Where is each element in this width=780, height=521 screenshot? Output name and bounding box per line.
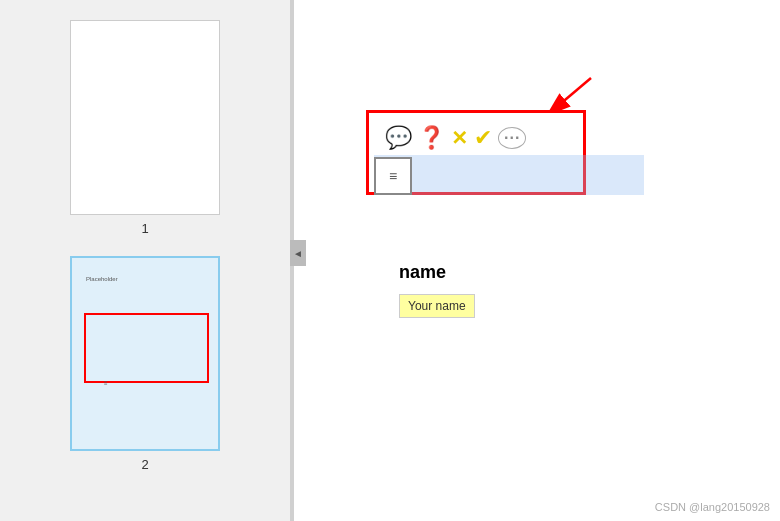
comment-icon[interactable]: 💬 bbox=[385, 125, 412, 151]
more-icon[interactable]: ··· bbox=[498, 127, 526, 149]
page-2-inner-label: Placeholder bbox=[86, 276, 118, 282]
collapse-panel-button[interactable]: ◄ bbox=[290, 240, 306, 266]
page-1-wrapper: 1 bbox=[70, 20, 220, 236]
page-1-label: 1 bbox=[141, 221, 148, 236]
field-name-label: name bbox=[399, 262, 446, 283]
watermark-text: CSDN @lang20150928 bbox=[655, 501, 770, 513]
left-panel: 1 Placeholder ≡ 2 bbox=[0, 0, 290, 521]
page-2-inner-text: ≡ bbox=[104, 380, 108, 386]
page-2-thumbnail[interactable]: Placeholder ≡ bbox=[70, 256, 220, 451]
check-icon[interactable]: ✔ bbox=[474, 125, 492, 151]
page-1-thumbnail[interactable] bbox=[70, 20, 220, 215]
main-area: 💬 ❓ ✕ ✔ ··· ≡ name Your name bbox=[306, 0, 780, 521]
field-placeholder-tooltip: Your name bbox=[399, 294, 475, 318]
toolbar-icons-row: 💬 ❓ ✕ ✔ ··· bbox=[377, 121, 534, 155]
page-2-wrapper: Placeholder ≡ 2 bbox=[70, 256, 220, 472]
field-icon-box[interactable]: ≡ bbox=[374, 157, 412, 195]
page-2-inner-box: ≡ bbox=[84, 313, 209, 383]
close-icon[interactable]: ✕ bbox=[451, 126, 468, 150]
field-list-icon: ≡ bbox=[389, 168, 397, 184]
field-highlight bbox=[374, 155, 644, 195]
page-2-label: 2 bbox=[141, 457, 148, 472]
question-icon[interactable]: ❓ bbox=[418, 125, 445, 151]
